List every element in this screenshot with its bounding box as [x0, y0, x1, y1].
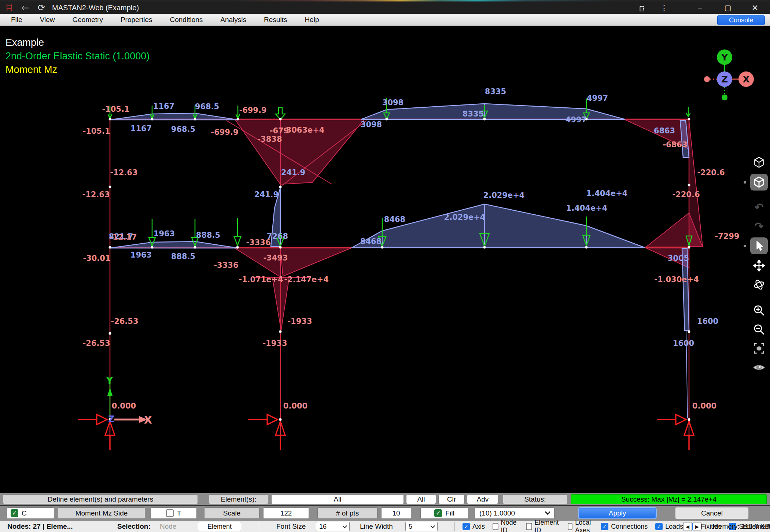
pan-icon[interactable] — [750, 257, 768, 274]
load-arrows — [108, 98, 692, 246]
c-checkbox[interactable]: ✓ — [11, 509, 18, 517]
t-checkbox-group[interactable]: T — [150, 507, 197, 519]
moment-value-label: 968.5 — [171, 125, 195, 134]
extensions-icon[interactable] — [634, 1, 649, 14]
moment-value-label: -12.63 — [82, 190, 110, 199]
checkbox[interactable] — [568, 523, 572, 530]
moment-value-label: -12.17 — [109, 233, 137, 241]
toggle-label: Node ID — [501, 519, 519, 532]
status-label: Status: — [503, 494, 567, 504]
cancel-button[interactable]: Cancel — [675, 507, 749, 519]
select-element-button[interactable]: Element — [198, 522, 241, 531]
menu-results[interactable]: Results — [257, 14, 294, 26]
moment-value-label: 4997 — [587, 94, 608, 103]
undo-icon[interactable]: ↶ — [750, 199, 768, 215]
active-view-dot — [744, 181, 746, 184]
zoom-in-icon[interactable] — [750, 302, 768, 319]
element-parameter-bar: Define element(s) and parameters Element… — [0, 493, 770, 505]
fill-checkbox-group[interactable]: ✓ Fill — [420, 507, 468, 519]
zoom-out-icon[interactable] — [750, 321, 768, 338]
toggle-node-id[interactable]: Node ID — [493, 519, 518, 532]
close-button[interactable]: ✕ — [746, 1, 764, 14]
menu-geometry[interactable]: Geometry — [66, 14, 109, 26]
checkbox[interactable] — [493, 523, 498, 530]
prev-page-button[interactable]: ◀ — [683, 522, 692, 531]
c-label: C — [22, 509, 27, 517]
menu-conditions[interactable]: Conditions — [163, 14, 210, 26]
zoom-extents-icon[interactable] — [750, 340, 768, 357]
menu-properties[interactable]: Properties — [114, 14, 159, 26]
axis-triad[interactable]: Y Z X — [704, 49, 754, 100]
clear-button[interactable]: Clr — [438, 494, 465, 504]
wireframe-cube-icon[interactable] — [750, 154, 768, 171]
moment-value-label: -105.1 — [102, 105, 129, 114]
checkbox[interactable]: ✓ — [463, 523, 470, 530]
checkbox[interactable] — [526, 523, 532, 530]
back-button[interactable]: ← — [19, 1, 32, 14]
minimize-button[interactable]: – — [691, 1, 709, 14]
moment-value-label: 2.029e+4 — [483, 191, 525, 200]
line-width-select[interactable]: 5 — [405, 522, 438, 531]
t-label: T — [177, 509, 181, 517]
toggle-local-axes[interactable]: Local Axes — [568, 519, 593, 532]
font-size-select[interactable]: 16 — [316, 522, 350, 531]
element-selection-input[interactable]: All — [271, 494, 404, 504]
title-bar: ← ⟳ MASTAN2-Web (Example) ⋮ – ▢ ✕ — [0, 0, 770, 14]
selection-label: Selection: — [117, 521, 151, 532]
moment-value-label: -6863 — [663, 140, 687, 149]
fill-label: Fill — [445, 509, 454, 517]
moment-value-label: 3098 — [382, 98, 404, 107]
advanced-button[interactable]: Adv — [467, 494, 498, 504]
model-canvas[interactable]: Example 2nd-Order Elastic Static (1.0000… — [0, 26, 770, 493]
eye-icon[interactable] — [750, 359, 768, 376]
load-increment-select[interactable]: (10) 1.0000 — [475, 507, 555, 519]
chevron-down-icon — [342, 524, 347, 528]
scale-input[interactable]: 122 — [263, 507, 309, 519]
next-page-button[interactable]: ▶ — [693, 522, 701, 531]
moment-value-label: 8468 — [384, 215, 405, 224]
triad-minus-x-dot[interactable] — [704, 76, 710, 82]
maximize-button[interactable]: ▢ — [719, 1, 737, 14]
t-checkbox[interactable] — [166, 509, 174, 517]
moment-value-label: -1933 — [287, 317, 312, 326]
apply-button[interactable]: Apply — [578, 507, 657, 519]
select-node-button[interactable]: Node — [160, 521, 176, 532]
support-symbols — [78, 414, 694, 450]
active-tool-dot — [744, 245, 746, 247]
toggle-loads[interactable]: ✓Loads — [655, 523, 683, 531]
menu-analysis[interactable]: Analysis — [214, 14, 253, 26]
moment-diagram-svg[interactable]: -105.11167968.5-699.9-105.11167968.5-699… — [0, 26, 770, 493]
c-checkbox-group[interactable]: ✓ C — [7, 507, 54, 519]
fill-checkbox[interactable]: ✓ — [434, 509, 442, 517]
browser-menu-icon[interactable]: ⋮ — [658, 1, 670, 14]
select-all-button[interactable]: All — [406, 494, 436, 504]
toggle-connections[interactable]: ✓Connections — [601, 523, 648, 531]
toggle-element-id[interactable]: Element ID — [526, 519, 560, 532]
moment-value-label: -699.9 — [239, 106, 266, 115]
triad-minus-y-dot[interactable] — [722, 95, 727, 100]
moment-side-button[interactable]: Moment Mz Side — [58, 507, 145, 519]
moment-value-label: -699.9 — [211, 128, 238, 137]
solid-cube-icon[interactable] — [750, 174, 768, 191]
redo-icon[interactable]: ↷ — [750, 218, 768, 234]
menu-view[interactable]: View — [33, 14, 62, 26]
moment-value-label: 1167 — [153, 102, 174, 111]
define-elements-label: Define element(s) and parameters — [3, 494, 198, 504]
checkbox[interactable]: ✓ — [601, 523, 608, 530]
result-options-bar: ✓ C Moment Mz Side T Scale 122 # of pts … — [0, 505, 770, 520]
reload-button[interactable]: ⟳ — [35, 1, 48, 14]
cursor-icon[interactable] — [750, 237, 768, 254]
console-button[interactable]: Console — [717, 15, 765, 25]
view-toolbar: ↶ ↷ — [750, 154, 768, 376]
checkbox[interactable]: ✓ — [655, 523, 663, 530]
triad-y-label: Y — [721, 52, 728, 63]
moment-value-label: 0.000 — [112, 402, 136, 410]
moment-value-label: -7299 — [715, 232, 739, 241]
moment-value-label: 888.5 — [171, 252, 195, 261]
orbit-icon[interactable] — [750, 276, 768, 293]
moment-value-label: 6863 — [654, 126, 675, 135]
menu-help[interactable]: Help — [298, 14, 325, 26]
toggle-axis[interactable]: ✓Axis — [463, 523, 485, 531]
menu-file[interactable]: File — [4, 14, 29, 26]
num-points-input[interactable]: 10 — [381, 507, 411, 519]
